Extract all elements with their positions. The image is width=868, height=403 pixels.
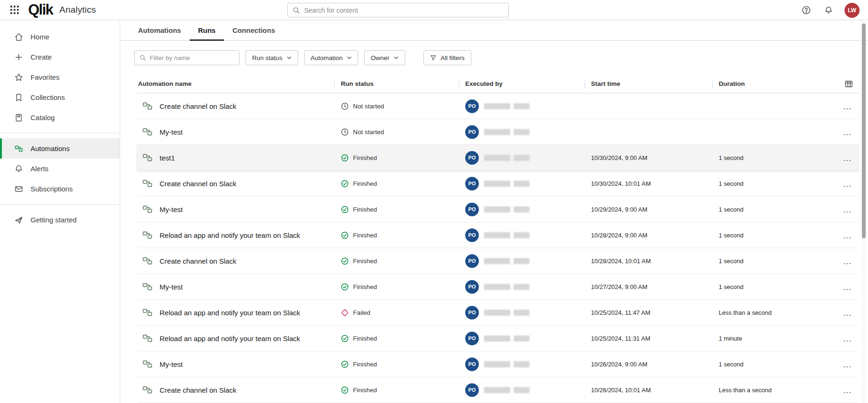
search-input[interactable] — [304, 7, 504, 14]
row-more-actions-button[interactable]: … — [841, 332, 854, 345]
table-row[interactable]: Reload an app and notify your team on Sl… — [137, 326, 859, 351]
row-more-actions-button[interactable]: … — [841, 357, 854, 371]
envelope-icon — [14, 184, 23, 194]
vertical-scrollbar-thumb[interactable] — [862, 23, 866, 238]
table-row[interactable]: test1 Finished PO 10/30/2024, 9:00 AM 1 … — [137, 145, 859, 171]
table-row[interactable]: Create channel on Slack Not started PO … — [137, 93, 859, 119]
table-body: Create channel on Slack Not started PO … — [137, 93, 859, 403]
table-row[interactable]: Reload an app and notify your team on Sl… — [137, 300, 859, 326]
sidebar-item-catalog[interactable]: Catalog — [0, 107, 120, 128]
sidebar-item-getting-started[interactable]: Getting started — [0, 210, 120, 230]
automation-name[interactable]: Create channel on Slack — [160, 180, 236, 188]
automation-name[interactable]: My-test — [160, 283, 183, 291]
all-filters-button[interactable]: All filters — [423, 50, 471, 65]
executor-name-redacted — [484, 155, 530, 161]
name-filter-input[interactable] — [150, 54, 234, 61]
column-settings-icon[interactable] — [830, 80, 859, 88]
table-row[interactable]: My-test Finished PO 10/26/2024, 9:00 AM … — [137, 351, 859, 377]
tab-connections[interactable]: Connections — [224, 20, 284, 40]
run-status-label: Not started — [353, 129, 384, 136]
run-status-label: Finished — [353, 232, 377, 239]
tab-runs[interactable]: Runs — [190, 20, 224, 40]
sidebar-item-collections[interactable]: Collections — [0, 87, 120, 107]
start-time: 10/27/2024, 9:00 AM — [584, 283, 712, 290]
sidebar-item-automations[interactable]: Automations — [0, 138, 120, 159]
table-row[interactable]: My-test Finished PO 10/29/2024, 9:00 AM … — [137, 197, 859, 222]
automation-name[interactable]: My-test — [160, 205, 183, 213]
row-more-actions-button[interactable]: … — [841, 151, 854, 164]
user-avatar[interactable]: LW — [845, 3, 860, 18]
run-status-label: Finished — [353, 180, 377, 187]
owner-dropdown[interactable]: Owner — [364, 50, 405, 65]
alerts-bell-icon — [14, 164, 23, 174]
executor-avatar: PO — [465, 254, 479, 268]
row-more-actions-button[interactable]: … — [841, 306, 854, 319]
sidebar-item-alerts[interactable]: Alerts — [0, 159, 120, 179]
automation-name[interactable]: Create channel on Slack — [160, 257, 236, 265]
automation-icon — [142, 178, 153, 189]
automation-icon — [142, 384, 153, 395]
table-row[interactable]: Reload an app and notify your team on Sl… — [137, 222, 859, 248]
run-status-label: Finished — [353, 335, 377, 342]
tab-bar: Automations Runs Connections — [120, 20, 868, 41]
sidebar-item-create[interactable]: Create — [0, 47, 120, 67]
dropdown-label: Run status — [252, 54, 283, 61]
column-header-executed-by[interactable]: Executed by — [459, 80, 584, 87]
table-row[interactable]: Create channel on Slack Finished PO 10/2… — [137, 248, 859, 274]
duration: 1 second — [712, 258, 830, 265]
executor-avatar: PO — [465, 203, 479, 216]
row-more-actions-button[interactable]: … — [841, 228, 854, 242]
app-launcher-icon[interactable] — [8, 4, 21, 16]
executor-avatar: PO — [465, 228, 479, 242]
duration: 1 second — [712, 180, 830, 187]
column-header-start-time[interactable]: Start time — [584, 80, 712, 87]
row-more-actions-button[interactable]: … — [841, 177, 854, 190]
catalog-icon — [14, 113, 23, 122]
automation-name[interactable]: My-test — [160, 360, 183, 368]
sidebar-item-favorites[interactable]: Favorites — [0, 67, 120, 87]
column-header-automation-name[interactable]: Automation name — [137, 80, 334, 87]
row-more-actions-button[interactable]: … — [841, 280, 854, 293]
duration: 1 second — [712, 361, 830, 368]
global-search[interactable] — [287, 3, 509, 17]
row-more-actions-button[interactable]: … — [841, 254, 854, 267]
executor-avatar: PO — [465, 99, 479, 113]
start-time: 10/28/2024, 9:00 AM — [584, 232, 712, 239]
row-more-actions-button[interactable]: … — [841, 383, 854, 396]
name-filter[interactable] — [134, 50, 239, 65]
finished-icon — [341, 335, 349, 342]
table-row[interactable]: My-test Not started PO … — [137, 119, 859, 145]
run-status-dropdown[interactable]: Run status — [246, 50, 298, 65]
sidebar: Home Create Favorites Collections Catalo… — [0, 20, 120, 403]
start-time: 10/26/2024, 9:00 AM — [584, 361, 712, 368]
automation-name[interactable]: Reload an app and notify your team on Sl… — [160, 335, 300, 342]
table-row[interactable]: Create channel on Slack Finished PO 10/3… — [137, 171, 859, 197]
plus-icon — [14, 53, 23, 62]
table-row[interactable]: My-test Finished PO 10/27/2024, 9:00 AM … — [137, 274, 859, 300]
table-row[interactable]: Create channel on Slack Finished PO 10/2… — [137, 377, 859, 403]
row-more-actions-button[interactable]: … — [841, 203, 854, 216]
automation-name[interactable]: Reload an app and notify your team on Sl… — [160, 231, 300, 239]
finished-icon — [341, 154, 349, 162]
automation-name[interactable]: My-test — [160, 128, 183, 136]
row-more-actions-button[interactable]: … — [841, 99, 854, 113]
column-header-duration[interactable]: Duration — [712, 80, 830, 87]
automation-dropdown[interactable]: Automation — [304, 50, 358, 65]
help-icon[interactable] — [799, 4, 813, 17]
automation-name[interactable]: Reload an app and notify your team on Sl… — [160, 309, 300, 317]
automation-icon — [142, 333, 153, 344]
tab-automations[interactable]: Automations — [130, 20, 190, 40]
column-header-run-status[interactable]: Run status — [334, 80, 459, 87]
executor-name-redacted — [484, 284, 530, 290]
duration: Less than a second — [712, 309, 830, 316]
dropdown-label: Automation — [311, 54, 343, 61]
executor-name-redacted — [484, 103, 530, 109]
run-status-label: Not started — [353, 103, 384, 110]
sidebar-item-subscriptions[interactable]: Subscriptions — [0, 179, 120, 199]
row-more-actions-button[interactable]: … — [841, 125, 854, 138]
automation-name[interactable]: Create channel on Slack — [160, 102, 236, 110]
notifications-bell-icon[interactable] — [822, 4, 835, 17]
automation-name[interactable]: test1 — [160, 154, 175, 162]
automation-name[interactable]: Create channel on Slack — [160, 386, 236, 394]
sidebar-item-home[interactable]: Home — [0, 27, 120, 47]
